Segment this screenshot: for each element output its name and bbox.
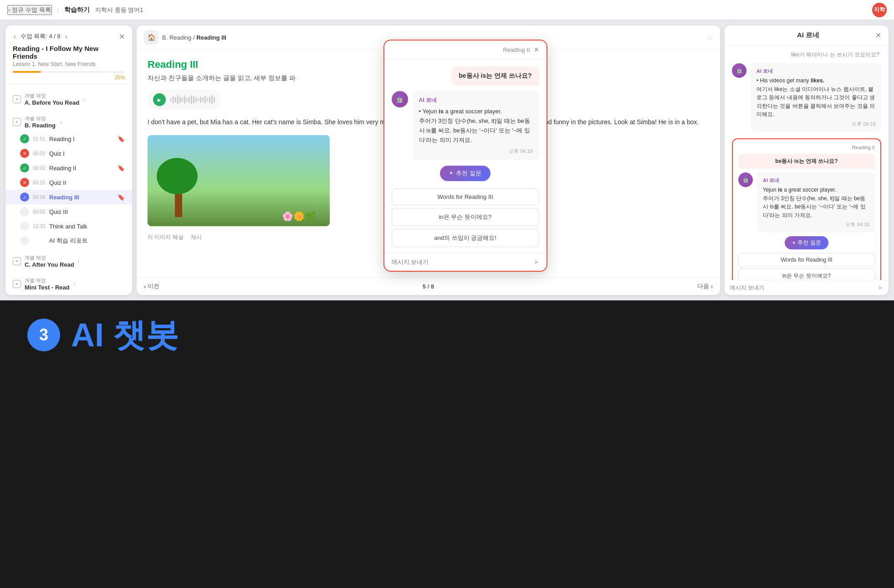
quick-reply-2[interactable]: in은 무슨 뜻이에요? — [392, 208, 539, 226]
ground-flowers: 🌸🌼🌿 — [282, 211, 316, 222]
lesson-bookmark-r2[interactable]: 🔖 — [117, 165, 125, 172]
prev-label: 이전 — [148, 282, 159, 290]
chat-modal-close[interactable]: ✕ — [534, 46, 539, 53]
audio-player: ▶ — [148, 90, 220, 110]
lesson-name-tt: Think and Talk — [49, 223, 125, 230]
sidebar-next-btn[interactable]: › — [64, 32, 68, 41]
lesson-time-r1: 01:51 — [33, 136, 46, 142]
lesson-quiz-2[interactable]: ✕ 00:15 Quiz II — [5, 175, 132, 190]
section-icon-c: ≡ — [13, 257, 21, 265]
sidebar-prev-btn[interactable]: ‹ — [13, 32, 17, 41]
right-send-btn[interactable]: ➤ — [878, 284, 883, 291]
bottom-number: 3 — [27, 319, 60, 351]
sidebar-nav-text: 수업 목록: 4 / 8 — [20, 32, 61, 41]
next-icon: › — [711, 283, 713, 290]
mini-quick-1[interactable]: Words for Reading III — [738, 253, 875, 267]
mini-quick-replies: Words for Reading III in은 무슨 뜻이에요? and의 … — [738, 253, 875, 280]
quick-replies: Words for Reading III in은 무슨 뜻이에요? and의 … — [384, 188, 547, 253]
section-name-b: B. Reading — [25, 122, 56, 129]
bottom-title: AI 챗봇 — [71, 319, 179, 351]
tree-top — [157, 158, 198, 194]
section-label-a: 개별 재정 — [25, 92, 79, 99]
play-button[interactable]: ▶ — [153, 93, 166, 106]
right-panel: AI 르네 ✕ like가 뭐야이나 는 쓰시가 것요이요? 🤖 AI 르네 •… — [725, 25, 889, 295]
breadcrumb-current: Reading III — [196, 34, 226, 41]
chat-label[interactable]: 채시 — [191, 233, 202, 241]
section-header-a[interactable]: ≡ 개별 재정 A. Before You Read › — [5, 90, 132, 109]
mini-recommend-btn[interactable]: 추천 질문 — [785, 236, 828, 249]
prev-icon: ‹ — [144, 283, 146, 290]
section-group-c: ≡ 개별 재정 C. After You Read › — [5, 250, 132, 273]
section-chevron-mini: › — [73, 281, 75, 287]
section-group-mini: ≡ 개별 재정 Mini Test - Read › — [5, 273, 132, 295]
right-panel-title: AI 르네 — [741, 31, 875, 40]
chat-input[interactable] — [392, 259, 530, 265]
section-chevron-b: ⌄ — [59, 119, 63, 125]
right-ai-time-1: 오후 04:18 — [756, 121, 876, 127]
lesson-quiz-1[interactable]: ✕ 00:03 Quiz I — [5, 146, 132, 161]
mini-ai-time: 오후 04:18 — [763, 221, 869, 228]
sidebar-header: ‹ 수업 목록: 4 / 8 › ✕ Reading - I Follow My… — [5, 25, 132, 84]
lesson-quiz-3[interactable]: 00:02 Quiz III — [5, 204, 132, 219]
mini-ai-text: Yejun is a great soccer player. 주어가 3인칭 … — [763, 186, 869, 219]
lesson-name-q2: Quiz II — [49, 179, 125, 186]
nav-study-label: 학습하기 — [64, 6, 90, 14]
lesson-status-r3: ✓ — [20, 193, 29, 202]
panel-footer: ‹ 이전 5 / 8 다음 › — [137, 277, 720, 295]
quick-reply-3[interactable]: and의 쓰임이 궁금해요! — [392, 229, 539, 247]
lesson-think-talk[interactable]: 12:33 Think and Talk — [5, 219, 132, 233]
right-panel-content: like가 뭐야이나 는 쓰시가 것요이요? 🤖 AI 르네 • His vid… — [725, 46, 889, 280]
section-chevron-a: › — [83, 96, 85, 102]
sidebar-close-btn[interactable]: ✕ — [119, 32, 125, 41]
ai-time: 오후 04:18 — [419, 148, 533, 155]
chat-send-btn[interactable]: ➤ — [533, 258, 539, 266]
section-chevron-c: › — [78, 259, 80, 264]
toolbar-home-btn[interactable]: 🏠 — [144, 30, 158, 45]
nav-controls: ‹ 수업 목록: 4 / 8 › — [13, 32, 68, 41]
section-icon-b: ≡ — [13, 118, 21, 126]
lesson-status-q2: ✕ — [20, 178, 29, 187]
lesson-name-q1: Quiz I — [49, 150, 125, 157]
image-label: 이 이미지 해설 — [148, 233, 184, 241]
section-label-b: 개별 재정 — [25, 115, 56, 122]
lesson-reading-3[interactable]: ✓ 09:26 Reading III 🔖 — [5, 190, 132, 204]
section-name-mini: Mini Test - Read — [25, 284, 70, 291]
mini-quick-2[interactable]: in은 무슨 뜻이에요? — [738, 269, 875, 280]
prev-page-btn[interactable]: ‹ 이전 — [144, 282, 159, 290]
section-name-c: C. After You Read — [25, 261, 74, 268]
mini-chat-box: Reading II be동사 is는 언제 쓰나요? 🤖 AI 르네 Yeju… — [732, 138, 881, 280]
section-label-c: 개별 재정 — [25, 254, 74, 261]
lesson-reading-2[interactable]: ✓ 00:02 Reading II 🔖 — [5, 161, 132, 175]
next-page-btn[interactable]: 다음 › — [697, 282, 713, 290]
ai-message: 🤖 AI 르네 • Yejun is a great soccer player… — [392, 91, 539, 160]
user-avatar[interactable]: 지학 — [872, 3, 887, 17]
ai-text: • Yejun is a great soccer player. 주어가 3인… — [419, 107, 533, 145]
right-chat-input[interactable] — [730, 284, 875, 291]
page-indicator: 5 / 8 — [423, 283, 434, 290]
back-chevron-icon: ‹ — [8, 6, 10, 13]
lesson-status-tt — [20, 222, 29, 231]
back-button[interactable]: ‹ 정규 수업 목록 — [7, 5, 52, 15]
toolbar-star-btn[interactable]: ☆ — [706, 33, 713, 42]
lesson-name-ai: AI 학습 리포트 — [49, 237, 125, 245]
quick-reply-1[interactable]: Words for Reading III — [392, 188, 539, 205]
mini-user-question: be동사 is는 언제 쓰나요? — [738, 154, 875, 169]
lesson-status-q1: ✕ — [20, 149, 29, 158]
right-ai-bubble: AI 르네 • His videos get many likes. 여기서 l… — [751, 63, 881, 132]
section-group-b: ≡ 개별 재정 B. Reading ⌄ ✓ 01:51 Reading I 🔖 — [5, 111, 132, 250]
lesson-name-q3: Quiz III — [49, 208, 125, 215]
recommend-btn[interactable]: 추천 질문 — [440, 166, 490, 181]
section-icon-a: ≡ — [13, 95, 21, 103]
right-ai-name-1: AI 르네 — [756, 68, 876, 75]
nav-divider: | — [57, 6, 59, 13]
section-header-c[interactable]: ≡ 개별 재정 C. After You Read › — [5, 252, 132, 271]
section-header-b[interactable]: ≡ 개별 재정 B. Reading ⌄ — [5, 112, 132, 132]
sidebar-scroll: ≡ 개별 재정 A. Before You Read › ≡ 개별 재정 — [5, 84, 132, 295]
lesson-ai-report[interactable]: AI 학습 리포트 — [5, 233, 132, 248]
lesson-bookmark-r1[interactable]: 🔖 — [117, 136, 125, 142]
lesson-bookmark-r3[interactable]: 🔖 — [117, 194, 125, 201]
right-panel-close-btn[interactable]: ✕ — [875, 31, 881, 40]
lesson-reading-1[interactable]: ✓ 01:51 Reading I 🔖 — [5, 132, 132, 146]
nav-course-label: 지학사 중등 영어1 — [95, 6, 143, 14]
section-header-mini[interactable]: ≡ 개별 재정 Mini Test - Read › — [5, 274, 132, 294]
